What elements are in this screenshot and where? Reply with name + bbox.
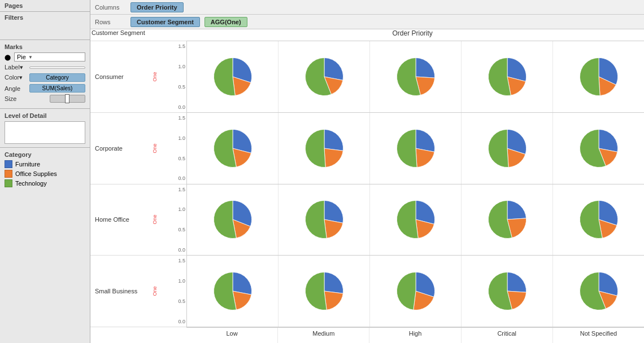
marks-type-select[interactable]: Pie ▼: [14, 52, 85, 61]
chart-body: Consumer One 1.5 1.0 0.5 0.0 Corporate O…: [90, 41, 644, 327]
chart-grid: [186, 41, 644, 327]
marks-angle-row: Angle SUM(Sales): [5, 84, 85, 93]
chart-cell-2-3[interactable]: [462, 184, 553, 256]
marks-label-row: Label▾: [5, 64, 85, 71]
y-row-small-business: Small Business One 1.5 1.0 0.5 0.0: [90, 255, 186, 327]
filters-section: Filters: [0, 12, 90, 40]
size-slider-thumb: [65, 94, 69, 103]
chart-row-1: [187, 112, 644, 184]
category-legend-label: Category: [5, 151, 85, 158]
corporate-y-ticks: 1.5 1.0 0.5 0.0: [161, 113, 186, 184]
chart-cell-0-3[interactable]: [462, 41, 553, 112]
chart-row-3: [187, 255, 644, 327]
marks-type-row: ⬤ Pie ▼: [5, 52, 85, 61]
chart-cell-3-2[interactable]: [370, 256, 462, 327]
chart-cell-2-1[interactable]: [279, 184, 370, 256]
pie-0-3: [485, 54, 530, 99]
y-row-corporate: Corporate One 1.5 1.0 0.5 0.0: [90, 112, 186, 184]
pie-0-2: [393, 54, 438, 99]
category-legend: Category Furniture Office Supplies Techn…: [0, 148, 90, 192]
left-panel: Pages Filters Marks ⬤ Pie ▼ Label▾ Color…: [0, 0, 90, 343]
pie-2-3: [485, 197, 530, 242]
chart-cell-3-0[interactable]: [187, 256, 279, 327]
home-office-one-label: One: [151, 215, 157, 225]
chart-cell-3-4[interactable]: [553, 256, 644, 327]
agg-one-chip[interactable]: AGG(One): [204, 17, 247, 27]
pie-3-3: [485, 269, 530, 314]
tech-swatch: [5, 179, 12, 187]
marks-type-value: Pie: [17, 54, 26, 60]
furniture-label: Furniture: [15, 161, 40, 168]
chart-cell-0-1[interactable]: [279, 41, 370, 112]
small-business-y-ticks: 1.5 1.0 0.5 0.0: [161, 256, 186, 327]
pie-0-4: [576, 54, 621, 99]
x-tick-high: High: [369, 328, 461, 343]
order-priority-chip[interactable]: Order Priority: [130, 2, 184, 12]
marks-color-row: Color▾ Category: [5, 73, 85, 82]
label-chip[interactable]: [29, 67, 85, 69]
small-business-one-label: One: [151, 287, 157, 296]
color-row-label: Color▾: [5, 74, 27, 81]
pie-1-1: [302, 126, 347, 171]
consumer-y-ticks: 1.5 1.0 0.5 0.0: [161, 41, 186, 112]
x-axis: Low Medium High Critical Not Specified: [186, 327, 644, 343]
marks-label: Marks: [5, 43, 85, 50]
y-row-home-office: Home Office One 1.5 1.0 0.5 0.0: [90, 184, 186, 256]
columns-shelf: Columns Order Priority: [90, 0, 644, 15]
pages-label: Pages: [5, 2, 23, 9]
size-row-label: Size: [5, 95, 23, 102]
col-header-center: Order Priority: [393, 29, 433, 37]
chart-cell-1-1[interactable]: [279, 113, 370, 184]
pie-2-0: [210, 197, 255, 242]
chart-row-0: [187, 41, 644, 112]
chart-row-2: [187, 184, 644, 256]
pie-1-0: [210, 126, 255, 171]
corporate-label: Corporate: [95, 145, 146, 152]
angle-chip[interactable]: SUM(Sales): [29, 84, 85, 93]
chart-cell-1-4[interactable]: [553, 113, 644, 184]
pie-2-2: [393, 197, 438, 242]
furniture-swatch: [5, 160, 12, 168]
chart-cell-0-4[interactable]: [553, 41, 644, 112]
pie-icon: ⬤: [5, 54, 11, 60]
chart-cell-2-2[interactable]: [370, 184, 462, 256]
filters-label: Filters: [5, 14, 23, 21]
col-header-left: Customer Segment: [92, 29, 145, 36]
x-tick-low: Low: [186, 328, 278, 343]
consumer-label: Consumer: [95, 73, 146, 80]
x-tick-medium: Medium: [278, 328, 369, 343]
chart-cell-3-1[interactable]: [279, 256, 370, 327]
chart-cell-0-2[interactable]: [370, 41, 462, 112]
pie-0-1: [302, 54, 347, 99]
office-label: Office Supplies: [15, 170, 57, 177]
chart-cell-2-0[interactable]: [187, 184, 279, 256]
chart-cell-3-3[interactable]: [462, 256, 553, 327]
legend-item-office: Office Supplies: [5, 170, 85, 178]
x-tick-critical: Critical: [462, 328, 553, 343]
pie-2-1: [302, 197, 347, 242]
lod-box[interactable]: [5, 121, 85, 144]
tech-label: Technology: [15, 180, 47, 187]
chart-cell-0-0[interactable]: [187, 41, 279, 112]
chart-cell-1-3[interactable]: [462, 113, 553, 184]
y-axis-area: Consumer One 1.5 1.0 0.5 0.0 Corporate O…: [90, 41, 186, 327]
size-slider[interactable]: [50, 95, 85, 103]
consumer-one-label: One: [151, 72, 157, 81]
chart-cell-2-4[interactable]: [553, 184, 644, 256]
pie-3-4: [576, 269, 621, 314]
legend-item-tech: Technology: [5, 179, 85, 187]
chart-cell-1-0[interactable]: [187, 113, 279, 184]
lod-label: Level of Detail: [5, 112, 85, 119]
corporate-one-label: One: [151, 143, 157, 153]
legend-item-furniture: Furniture: [5, 160, 85, 168]
label-row-label: Label▾: [5, 64, 27, 71]
marks-size-row: Size: [5, 95, 85, 103]
color-chip[interactable]: Category: [29, 73, 85, 82]
pie-3-2: [393, 269, 438, 314]
lod-section: Level of Detail: [0, 109, 90, 148]
rows-shelf: Rows Customer Segment AGG(One): [90, 15, 644, 29]
rows-label: Rows: [95, 19, 126, 25]
chart-cell-1-2[interactable]: [370, 113, 462, 184]
customer-segment-chip[interactable]: Customer Segment: [130, 17, 200, 27]
main-area: Columns Order Priority Rows Customer Seg…: [90, 0, 644, 343]
